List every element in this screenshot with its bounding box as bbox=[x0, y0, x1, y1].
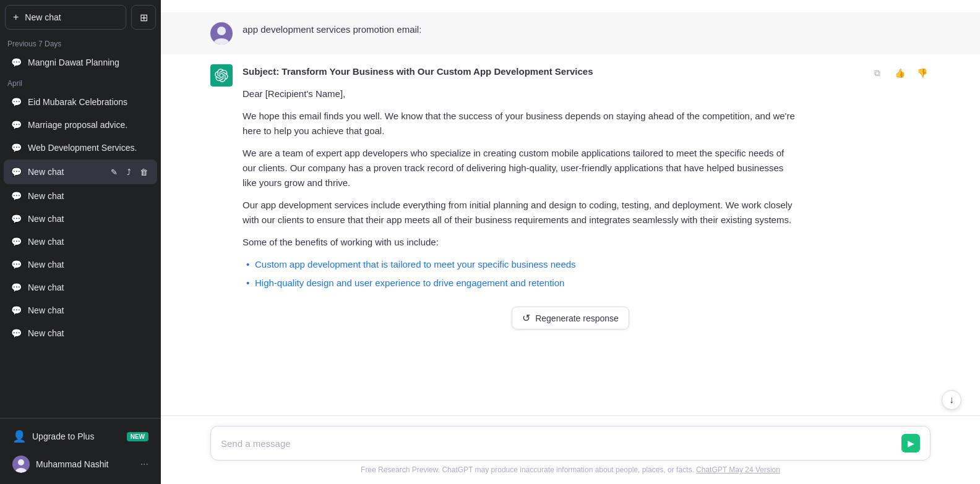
regenerate-bar: ↺ Regenerate response bbox=[161, 304, 980, 334]
sidebar-item-label: New chat bbox=[28, 282, 150, 292]
grid-icon: ⊞ bbox=[140, 12, 148, 23]
chat-bubble-icon: 💬 bbox=[11, 191, 22, 201]
sidebar-item-mangni[interactable]: 💬 Mangni Dawat Planning bbox=[4, 51, 157, 74]
chatgpt-version-link[interactable]: ChatGPT May 24 Version bbox=[696, 465, 780, 474]
share-chat-button[interactable]: ⤴ bbox=[123, 166, 135, 178]
benefits-list: Custom app development that is tailored … bbox=[243, 257, 799, 291]
user-message-row: app development services promotion email… bbox=[161, 12, 980, 54]
sidebar-item-web[interactable]: 💬 Web Development Services. bbox=[4, 137, 157, 159]
sidebar-item-label: New chat bbox=[28, 260, 150, 270]
sidebar-item-label: Web Development Services. bbox=[28, 143, 150, 153]
main-chat: app development services promotion email… bbox=[161, 0, 980, 484]
sidebar-item-marriage[interactable]: 💬 Marriage proposal advice. bbox=[4, 114, 157, 136]
sidebar-item-eid[interactable]: 💬 Eid Mubarak Celebrations bbox=[4, 91, 157, 113]
edit-chat-button[interactable]: ✎ bbox=[108, 166, 120, 178]
email-benefits-intro: Some of the benefits of working with us … bbox=[243, 235, 799, 250]
thumbs-up-button[interactable]: 👍 bbox=[891, 64, 908, 82]
sidebar-header: + New chat ⊞ bbox=[0, 0, 161, 35]
email-subject: Subject: Transform Your Business with Ou… bbox=[243, 64, 799, 79]
regenerate-label: Regenerate response bbox=[535, 313, 619, 323]
sidebar-toggle-button[interactable]: ⊞ bbox=[131, 5, 156, 30]
sidebar-item-label: Mangni Dawat Planning bbox=[28, 57, 150, 67]
upgrade-to-plus-button[interactable]: 👤 Upgrade to Plus NEW bbox=[5, 423, 156, 449]
ai-message-content: Subject: Transform Your Business with Ou… bbox=[243, 64, 799, 294]
sidebar: + New chat ⊞ Previous 7 Days 💬 Mangni Da… bbox=[0, 0, 161, 484]
sidebar-item-label: New chat bbox=[28, 167, 101, 177]
ai-message-row: Subject: Transform Your Business with Ou… bbox=[161, 54, 980, 304]
user-circle-icon: 👤 bbox=[12, 430, 26, 443]
sidebar-item-label: New chat bbox=[28, 214, 150, 224]
chat-bubble-icon: 💬 bbox=[11, 282, 22, 292]
delete-chat-button[interactable]: 🗑 bbox=[137, 166, 150, 178]
footer-disclaimer: Free Research Preview. ChatGPT may produ… bbox=[210, 465, 931, 474]
gpt-avatar bbox=[210, 64, 233, 87]
email-paragraph3: Our app development services include eve… bbox=[243, 198, 799, 227]
regenerate-icon: ↺ bbox=[522, 312, 530, 324]
section-label-april: April bbox=[0, 74, 161, 90]
user-name: Muhammad Nashit bbox=[36, 459, 109, 469]
sidebar-item-label: Eid Mubarak Celebrations bbox=[28, 97, 150, 107]
user-message-content: app development services promotion email… bbox=[243, 22, 799, 45]
section-label-7days: Previous 7 Days bbox=[0, 35, 161, 51]
sidebar-item-chat5[interactable]: 💬 New chat bbox=[4, 253, 157, 276]
gpt-logo bbox=[210, 64, 233, 87]
chat-bubble-icon: 💬 bbox=[11, 328, 22, 338]
thumbs-up-icon: 👍 bbox=[895, 68, 905, 78]
user-avatar bbox=[210, 22, 233, 45]
avatar bbox=[12, 456, 30, 473]
regenerate-response-button[interactable]: ↺ Regenerate response bbox=[512, 307, 629, 329]
chat-area: app development services promotion email… bbox=[161, 0, 980, 415]
message-action-group: ⧉ 👍 👎 bbox=[869, 64, 931, 294]
scroll-to-bottom-button[interactable]: ↓ bbox=[942, 390, 961, 410]
chat-bubble-icon: 💬 bbox=[11, 237, 22, 247]
benefit-item-2: High-quality design and user experience … bbox=[243, 276, 799, 291]
chat-bubble-icon: 💬 bbox=[11, 143, 22, 153]
sidebar-item-chat2[interactable]: 💬 New chat bbox=[4, 185, 157, 207]
message-input-container: ▶ bbox=[210, 426, 931, 461]
send-button[interactable]: ▶ bbox=[901, 434, 920, 452]
new-badge: NEW bbox=[127, 432, 148, 441]
chat-bubble-icon: 💬 bbox=[11, 305, 22, 315]
sidebar-item-chat1[interactable]: 💬 New chat ✎ ⤴ 🗑 bbox=[4, 159, 157, 184]
sidebar-item-label: New chat bbox=[28, 328, 150, 338]
svg-point-1 bbox=[18, 459, 24, 465]
chat-bubble-icon: 💬 bbox=[11, 57, 22, 67]
chat-bubble-icon: 💬 bbox=[11, 260, 22, 270]
new-chat-label: New chat bbox=[25, 12, 61, 22]
user-message-text: app development services promotion email… bbox=[243, 24, 421, 35]
input-area: ▶ Free Research Preview. ChatGPT may pro… bbox=[161, 415, 980, 484]
sidebar-item-chat6[interactable]: 💬 New chat bbox=[4, 276, 157, 299]
sidebar-item-chat3[interactable]: 💬 New chat bbox=[4, 208, 157, 230]
copy-icon: ⧉ bbox=[874, 68, 880, 79]
sidebar-item-label: New chat bbox=[28, 191, 150, 201]
upgrade-label: Upgrade to Plus bbox=[32, 431, 94, 441]
sidebar-item-label: New chat bbox=[28, 237, 150, 247]
send-icon: ▶ bbox=[908, 438, 914, 448]
copy-message-button[interactable]: ⧉ bbox=[869, 64, 886, 82]
email-greeting: Dear [Recipient's Name], bbox=[243, 87, 799, 101]
item-action-group: ✎ ⤴ 🗑 bbox=[108, 166, 150, 178]
chat-bubble-icon: 💬 bbox=[11, 167, 22, 177]
chat-bubble-icon: 💬 bbox=[11, 97, 22, 107]
benefit-item-1: Custom app development that is tailored … bbox=[243, 257, 799, 272]
sidebar-item-chat7[interactable]: 💬 New chat bbox=[4, 299, 157, 321]
chevron-down-icon: ↓ bbox=[949, 394, 954, 405]
new-chat-button[interactable]: + New chat bbox=[5, 5, 126, 30]
plus-icon: + bbox=[13, 12, 19, 23]
chat-bubble-icon: 💬 bbox=[11, 120, 22, 130]
chat-bubble-icon: 💬 bbox=[11, 214, 22, 224]
sidebar-content: Previous 7 Days 💬 Mangni Dawat Planning … bbox=[0, 35, 161, 418]
sidebar-footer: 👤 Upgrade to Plus NEW Muhammad Nashit ··… bbox=[0, 418, 161, 484]
thumbs-down-icon: 👎 bbox=[917, 68, 927, 78]
message-input[interactable] bbox=[221, 438, 901, 449]
email-paragraph2: We are a team of expert app developers w… bbox=[243, 146, 799, 190]
svg-point-4 bbox=[217, 27, 226, 35]
disclaimer-text: Free Research Preview. ChatGPT may produ… bbox=[361, 465, 694, 474]
user-profile-item[interactable]: Muhammad Nashit ··· bbox=[5, 449, 156, 479]
thumbs-down-button[interactable]: 👎 bbox=[913, 64, 931, 82]
dots-menu-icon[interactable]: ··· bbox=[140, 459, 148, 470]
sidebar-item-chat8[interactable]: 💬 New chat bbox=[4, 322, 157, 344]
sidebar-item-label: New chat bbox=[28, 305, 150, 315]
email-paragraph1: We hope this email finds you well. We kn… bbox=[243, 109, 799, 138]
sidebar-item-chat4[interactable]: 💬 New chat bbox=[4, 231, 157, 253]
